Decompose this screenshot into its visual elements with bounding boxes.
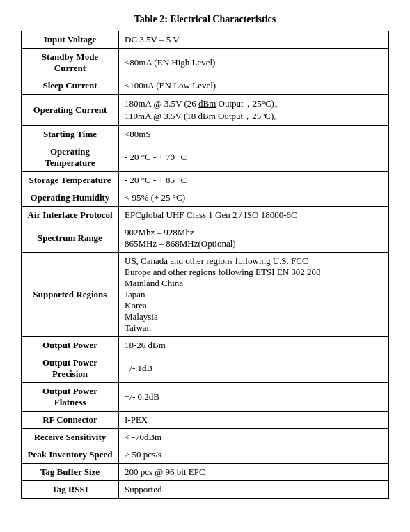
row-value-11: 18-26 dBm [119,337,389,354]
row-value-1: <80mA (EN High Level) [119,49,389,77]
row-label-13: Output Power Flatness [22,383,119,412]
table-row: Receive Sensitivity< -70dBm [22,429,389,446]
row-label-11: Output Power [22,337,119,354]
row-label-16: Peak Inventory Speed [22,446,119,464]
table-row: Output Power Flatness+/- 0.2dB [22,383,389,412]
row-label-9: Spectrum Range [22,224,119,253]
table-title: Table 2: Electrical Characteristics [21,14,389,25]
row-value-7: < 95% (+ 25 °C) [119,189,389,207]
row-label-17: Tag Buffer Size [22,464,119,481]
row-value-9: 902Mhz – 928Mhz865MHz – 868MHz(Optional) [119,224,389,253]
table-row: Operating Temperature- 20 °C - + 70 °C [22,143,389,172]
row-label-0: Input Voltage [22,31,119,49]
table-row: Operating Current180mA @ 3.5V (26 dBm Ou… [22,95,389,126]
row-label-12: Output Power Precision [22,354,119,383]
table-row: RF ConnectorI-PEX [22,412,389,429]
row-value-3: 180mA @ 3.5V (26 dBm Output，25°C)。110mA … [119,95,389,126]
row-value-14: I-PEX [119,412,389,429]
row-label-4: Starting Time [22,126,119,143]
table-row: Tag Buffer Size200 pcs @ 96 bit EPC [22,464,389,481]
table-row: Output Power Precision+/- 1dB [22,354,389,383]
row-label-18: Tag RSSI [22,481,119,499]
row-value-17: 200 pcs @ 96 bit EPC [119,464,389,481]
table-row: Input VoltageDC 3.5V – 5 V [22,31,389,49]
table-row: Storage Temperature- 20 °C - + 85 °C [22,172,389,189]
table-row: Standby Mode Current<80mA (EN High Level… [22,49,389,77]
row-value-4: <80mS [119,126,389,143]
table-row: Peak Inventory Speed> 50 pcs/s [22,446,389,464]
row-label-1: Standby Mode Current [22,49,119,77]
row-value-5: - 20 °C - + 70 °C [119,143,389,172]
row-value-2: <100uA (EN Low Level) [119,77,389,95]
row-label-14: RF Connector [22,412,119,429]
row-value-10: US, Canada and other regions following U… [119,253,389,337]
row-label-2: Sleep Current [22,77,119,95]
row-label-15: Receive Sensitivity [22,429,119,446]
row-value-0: DC 3.5V – 5 V [119,31,389,49]
row-label-6: Storage Temperature [22,172,119,189]
row-value-15: < -70dBm [119,429,389,446]
row-value-16: > 50 pcs/s [119,446,389,464]
electrical-characteristics-table: Input VoltageDC 3.5V – 5 VStandby Mode C… [21,31,389,499]
table-row: Sleep Current<100uA (EN Low Level) [22,77,389,95]
row-label-5: Operating Temperature [22,143,119,172]
table-row: Spectrum Range902Mhz – 928Mhz865MHz – 86… [22,224,389,253]
table-row: Air Interface ProtocolEPCglobal UHF Clas… [22,207,389,224]
table-row: Starting Time<80mS [22,126,389,143]
row-label-3: Operating Current [22,95,119,126]
row-value-13: +/- 0.2dB [119,383,389,412]
row-value-6: - 20 °C - + 85 °C [119,172,389,189]
table-row: Supported RegionsUS, Canada and other re… [22,253,389,337]
row-label-10: Supported Regions [22,253,119,337]
row-value-8: EPCglobal UHF Class 1 Gen 2 / ISO 18000-… [119,207,389,224]
row-value-12: +/- 1dB [119,354,389,383]
table-row: Output Power18-26 dBm [22,337,389,354]
row-value-18: Supported [119,481,389,499]
row-label-7: Operating Humidity [22,189,119,207]
row-label-8: Air Interface Protocol [22,207,119,224]
table-row: Operating Humidity< 95% (+ 25 °C) [22,189,389,207]
table-row: Tag RSSISupported [22,481,389,499]
